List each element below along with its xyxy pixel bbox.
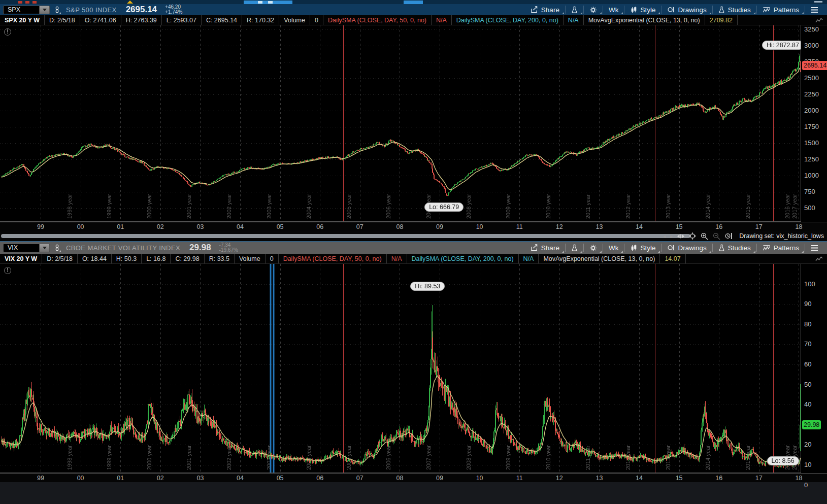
gear-icon <box>589 244 597 252</box>
scroll-right-icon[interactable]: ▸ <box>670 233 673 239</box>
settings-gear-button[interactable] <box>584 242 603 254</box>
spx-time-axis[interactable]: 9900010203040506070809101112131415161718 <box>0 222 827 231</box>
symbol-description: S&P 500 INDEX <box>66 6 117 14</box>
last-price-badge: 29.98 <box>802 420 821 429</box>
time-axis-icon[interactable] <box>725 232 733 240</box>
drawings-icon <box>667 244 675 251</box>
menu-icon <box>811 245 818 251</box>
study-label-cell[interactable]: DailySMA (CLOSE, DAY, 50, 0, no) <box>323 15 432 25</box>
data-cell: H: 50.3 <box>112 254 142 263</box>
style-button[interactable]: Style <box>624 4 661 15</box>
scroll-left-icon[interactable]: ◂ <box>663 233 666 239</box>
vix-data-strip: VIX 20 Y WD: 2/5/18O: 18.44H: 50.3L: 16.… <box>0 254 827 264</box>
data-cell: R: 33.5 <box>205 254 235 263</box>
vix-plot[interactable]: Hi: 89.53 Lo: 8.56 <box>0 264 801 473</box>
bottom-strip <box>0 482 827 504</box>
link-icon[interactable] <box>53 6 61 14</box>
info-icon[interactable] <box>4 28 11 36</box>
study-label-cell[interactable]: DailySMA (CLOSE, DAY, 200, 0, no) <box>452 15 564 25</box>
data-cell: N/A <box>387 254 407 263</box>
vix-candlestick-canvas[interactable] <box>0 264 801 473</box>
flask-button[interactable] <box>566 242 583 254</box>
study-label-cell[interactable]: DailySMA (CLOSE, DAY, 200, 0, no) <box>407 254 519 263</box>
data-cell: Volume <box>279 15 310 25</box>
price-axis-label: 100 <box>804 280 815 288</box>
study-label-cell[interactable]: MovAvgExponential (CLOSE, 13, 0, no) <box>539 254 660 263</box>
time-axis-label: 10 <box>476 223 483 230</box>
symbol-dropdown-button[interactable] <box>39 244 49 252</box>
share-button[interactable]: Share <box>525 242 565 254</box>
vix-price-axis[interactable]: 29.98 1009080706050403020100 <box>801 264 827 473</box>
time-axis-label: 14 <box>636 475 643 482</box>
vix-symbol-combo[interactable]: VIX <box>3 244 50 252</box>
studies-button[interactable]: Studies <box>713 242 756 254</box>
time-axis-label: 11 <box>516 223 523 230</box>
patterns-button[interactable]: Patterns <box>757 4 805 15</box>
chart-line-icon[interactable] <box>811 254 827 263</box>
time-axis-label: 13 <box>596 475 603 482</box>
price-axis-label: 500 <box>804 204 815 212</box>
wk-timeframe-button[interactable]: Wk <box>603 242 624 254</box>
wk-timeframe-button[interactable]: Wk <box>603 4 624 15</box>
zoom-in-icon[interactable] <box>701 232 708 240</box>
studies-button[interactable]: Studies <box>713 4 756 15</box>
zoom-out-icon[interactable] <box>713 232 720 240</box>
time-axis-label: 06 <box>316 475 323 482</box>
data-cell: 0 <box>310 15 323 25</box>
price-axis-label: 80 <box>804 320 811 328</box>
scrollbar-thumb[interactable] <box>1 234 690 238</box>
data-cell: D: 2/5/18 <box>42 254 78 263</box>
study-label-cell[interactable]: DailySMA (CLOSE, DAY, 50, 0, no) <box>279 254 387 263</box>
flask-button[interactable] <box>566 4 583 15</box>
spx-plot[interactable]: Hi: 2872.87 Lo: 666.79 <box>0 25 801 222</box>
symbol-text: SPX <box>4 6 39 13</box>
low-price-bubble: Lo: 8.56 <box>767 456 799 465</box>
drawings-button[interactable]: Drawings <box>661 4 712 15</box>
last-price: 2695.14 <box>126 5 157 15</box>
time-axis-label: 07 <box>356 475 363 482</box>
spx-candlestick-canvas[interactable] <box>0 25 801 222</box>
spx-data-strip: SPX 20 Y WD: 2/5/18O: 2741.06H: 2763.39L… <box>0 15 827 25</box>
style-button[interactable]: Style <box>624 242 661 254</box>
pan-icon[interactable] <box>677 233 684 239</box>
chart-nav-cluster: ◂ ▸ Drawing set: vix_historic_lows <box>663 231 824 241</box>
price-axis-label: 70 <box>804 340 811 348</box>
toolbar-item-label: Studies <box>728 6 751 14</box>
time-axis-label: 16 <box>715 223 722 230</box>
change-percent: +1.74% <box>165 10 182 15</box>
vix-panel: VIX CBOE MARKET VOLATILITY INDEX 29.98 -… <box>0 241 827 482</box>
flask-icon <box>571 6 578 14</box>
time-axis-label: 03 <box>196 475 204 482</box>
data-cell: C: 29.98 <box>171 254 204 263</box>
price-change: -7.34 -19.67% <box>219 243 238 253</box>
price-axis-label: 10 <box>804 461 811 468</box>
last-price-badge: 2695.14 <box>802 61 827 70</box>
data-cell: L: 2593.07 <box>162 15 202 25</box>
share-button[interactable]: Share <box>525 4 565 15</box>
tab-fragment <box>25 1 29 4</box>
crosshair-icon[interactable] <box>689 232 696 240</box>
settings-gear-button[interactable] <box>584 4 603 15</box>
panel-menu-button[interactable] <box>805 242 824 254</box>
info-icon[interactable] <box>4 267 11 274</box>
symbol-dropdown-button[interactable] <box>39 6 49 14</box>
time-axis-label: 16 <box>715 475 722 482</box>
time-axis-label: 12 <box>556 223 563 230</box>
share-icon <box>531 6 538 13</box>
spx-price-axis[interactable]: 2695.14 32503000275025002250200017501500… <box>801 25 827 222</box>
panel-menu-button[interactable] <box>805 4 824 15</box>
chart-line-icon[interactable] <box>811 15 827 25</box>
gear-icon <box>589 6 597 14</box>
study-label-cell[interactable]: MovAvgExponential (CLOSE, 13, 0, no) <box>584 15 705 25</box>
data-cell: D: 2/5/18 <box>45 15 80 25</box>
drawings-button[interactable]: Drawings <box>661 242 712 254</box>
time-axis-label: 02 <box>157 223 164 230</box>
vix-time-axis[interactable]: 9900010203040506070809101112131415161718 <box>0 473 827 482</box>
chevron-down-icon <box>43 247 47 249</box>
toolbar-item-label: Patterns <box>774 6 799 14</box>
time-axis-label: 13 <box>596 223 603 230</box>
patterns-button[interactable]: Patterns <box>757 242 805 254</box>
spx-symbol-combo[interactable]: SPX <box>3 6 50 14</box>
link-icon[interactable] <box>53 244 61 252</box>
data-cell: O: 2741.06 <box>80 15 121 25</box>
